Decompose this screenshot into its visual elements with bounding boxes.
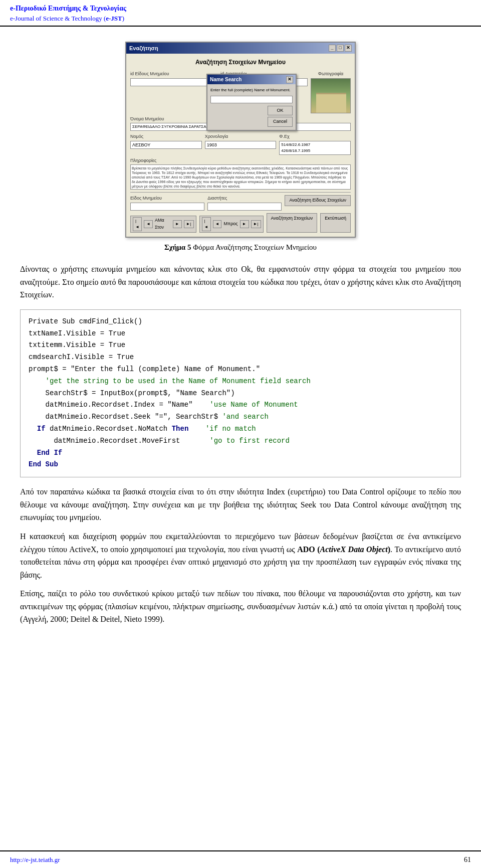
footer-link[interactable]: http://e-jst.teiath.gr [10, 855, 60, 865]
plirofories-row: Πληροφορίες Βρίσκεται το μεγαλύτερο πλήθ… [130, 157, 351, 190]
figure-caption-text: Φόρμα Αναζήτησης Στοιχείων Μνημείου [191, 243, 317, 251]
nav-bar-2: |◄ ◄ Μπρος ► ►| [199, 216, 264, 233]
figure-label: Σχήμα 5 [164, 243, 191, 251]
paragraph-4: Επίσης, παίζει το ρόλο του συνδετικού κρ… [20, 587, 461, 626]
journal-title-en-suffix: ) [122, 15, 124, 22]
fex-input[interactable]: 514/8/22.6.1987 426/8/18.7.1995 [279, 141, 351, 155]
main-content: Εναζήτηση _ □ ✕ Αναζήτηση Στοιχείων Μνημ… [0, 27, 481, 662]
dialog-cancel-btn[interactable]: Cancel [268, 117, 293, 127]
bottom-fields-row: Είδος Μνημείου Διαστήτες Αναζήτηση Είδου… [130, 195, 351, 211]
code-line-3: txtitemm.Visible = True [29, 339, 452, 352]
code-line-4: cmdsearchI.Visible = True [29, 352, 452, 364]
code-line-10: If datMnimeio.Recordset.NoMatch Then 'if… [29, 423, 452, 435]
anaz-eidos-btn[interactable]: Αναζήτηση Είδους Στοιχείων [285, 195, 351, 206]
ado-bold: ADO (ActiveX Data Object) [297, 545, 390, 554]
id-mnimeiou-group: id Είδους Μνημείου [130, 71, 217, 86]
code-line-9: datMnimeio.Recordset.Seek "=", SearchStr… [29, 411, 452, 423]
nav-first-btn[interactable]: |◄ [133, 217, 142, 231]
eidos-label: Είδος Μνημείου [130, 195, 204, 202]
xronologia-label: Χρονολογία [205, 133, 277, 140]
diastit-group: Διαστήτες [207, 195, 282, 211]
name-search-dialog: Name Search ✕ Enter the full (complete) … [206, 74, 297, 131]
nomos-input[interactable]: ΛΕΣΒΟΥ [130, 141, 202, 149]
plirofories-label: Πληροφορίες [130, 157, 351, 164]
nav-next-btn[interactable]: ► [173, 220, 182, 228]
code-line-5: prompt$ = "Enter the full (complete) Nam… [29, 364, 452, 376]
anaz-stoix-btn[interactable]: Αναζήτηση Στοιχείων [267, 213, 318, 233]
figure-caption: Σχήμα 5 Φόρμα Αναζήτησης Στοιχείων Μνημε… [164, 242, 317, 253]
photo-group: Φωτογραφία [311, 71, 351, 113]
nav-label-2: Μπρος [223, 221, 237, 228]
photo-label: Φωτογραφία [318, 71, 343, 78]
header-titles: e-Περιοδικό Επιστήμης & Τεχνολογίας e-Jo… [10, 3, 126, 24]
nav-first-btn-2[interactable]: |◄ [202, 217, 211, 231]
page-footer: http://e-jst.teiath.gr 61 [0, 850, 481, 868]
id-mnimeiou-label: id Είδους Μνημείου [130, 71, 217, 78]
dialog-body: Enter the full (complete) Name of Monume… [207, 84, 296, 130]
nomos-row: Νομός ΛΕΣΒΟΥ Χρονολογία 1903 Φ.Εχ 514/8/… [130, 133, 351, 155]
page-header: e-Περιοδικό Επιστήμης & Τεχνολογίας e-Jo… [0, 0, 481, 27]
code-line-8: datMnimeio.Recordset.Index = "Name" 'use… [29, 399, 452, 411]
dialog-close-btn[interactable]: ✕ [286, 76, 293, 83]
window-controls: _ □ ✕ [329, 45, 352, 52]
paragraph-2: Από τον παραπάνω κώδικα τα βασικά στοιχε… [20, 485, 461, 524]
ektyp-btn[interactable]: Εκτύπωσή [320, 213, 351, 233]
nav-prev-btn-2[interactable]: ◄ [213, 220, 222, 228]
nav-last-btn[interactable]: ►| [184, 220, 194, 228]
footer-page-number: 61 [464, 854, 471, 865]
nav-prev-btn[interactable]: ◄ [144, 220, 153, 228]
eidos-input[interactable] [130, 203, 204, 211]
journal-title-brand: e-JST [106, 15, 122, 22]
code-line-1: Private Sub cmdFind_Click() [29, 316, 452, 328]
id-mnimeiou-input[interactable] [130, 78, 217, 86]
diastit-label: Διαστήτες [207, 195, 282, 202]
form-title: Αναζήτηση Στοιχείων Μνημείου [130, 58, 351, 67]
code-line-6: 'get the string to be used in the Name o… [29, 376, 452, 388]
form-screenshot: Εναζήτηση _ □ ✕ Αναζήτηση Στοιχείων Μνημ… [125, 42, 356, 238]
nomos-label: Νομός [130, 133, 202, 140]
plirofories-group: Πληροφορίες Βρίσκεται το μεγαλύτερο πλήθ… [130, 157, 351, 190]
code-line-7: SearchStr$ = InputBox(prompt$, "Name Sea… [29, 388, 452, 400]
eidos-group: Είδος Μνημείου [130, 195, 204, 211]
xronologia-input[interactable]: 1903 [205, 141, 277, 149]
nav-last-btn-2[interactable]: ►| [251, 220, 261, 228]
fex-label: Φ.Εχ [279, 133, 351, 140]
close-btn[interactable]: ✕ [345, 45, 352, 52]
nav-next-btn-2[interactable]: ► [240, 220, 249, 228]
paragraph-1: Δίνοντας ο χρήστης επωνυμία μνημείου και… [20, 263, 461, 301]
code-line-2: txtNameI.Visible = True [29, 328, 452, 340]
photo-display [311, 78, 351, 113]
divider-1 [130, 192, 351, 193]
code-line-12: End If [29, 447, 452, 459]
dialog-ok-btn[interactable]: OK [268, 106, 293, 116]
nav-label-1: ΑΜα Στον [155, 217, 171, 231]
code-line-11: datMnimeio.Recordset.MoveFirst 'go to fi… [29, 435, 452, 447]
dialog-title: Name Search [210, 76, 242, 83]
window-title: Εναζήτηση [129, 44, 158, 53]
form-body: Αναζήτηση Στοιχείων Μνημείου id Είδους Μ… [126, 54, 355, 237]
dialog-buttons: OK Cancel [210, 106, 293, 127]
nav-action-row: |◄ ◄ ΑΜα Στον ► ►| |◄ ◄ Μπρος ► ►| Αναζή… [130, 213, 351, 233]
dialog-titlebar: Name Search ✕ [207, 75, 296, 84]
dialog-name-input[interactable] [210, 96, 293, 103]
journal-title-greek[interactable]: e-Περιοδικό Επιστήμης & Τεχνολογίας [10, 3, 126, 14]
journal-title-english[interactable]: e-Journal of Science & Technology (e-JST… [10, 14, 126, 24]
paragraph-3: Η κατασκευή και διαχείριση φορμών που εκ… [20, 530, 461, 581]
plirofories-textarea[interactable]: Βρίσκεται το μεγαλύτερο πλήθος Συνδεσμολ… [130, 164, 351, 190]
fex-group: Φ.Εχ 514/8/22.6.1987 426/8/18.7.1995 [279, 133, 351, 155]
photo-building [316, 93, 346, 113]
nomos-group: Νομός ΛΕΣΒΟΥ [130, 133, 202, 149]
nav-bar-1: |◄ ◄ ΑΜα Στον ► ►| [130, 216, 196, 233]
ado-em: ActiveX Data Object [320, 545, 388, 554]
dialog-instruction: Enter the full (complete) Name of Monume… [210, 87, 293, 93]
diastit-input[interactable] [207, 203, 282, 211]
code-block: Private Sub cmdFind_Click() txtNameI.Vis… [20, 309, 461, 477]
maximize-btn[interactable]: □ [337, 45, 344, 52]
minimize-btn[interactable]: _ [329, 45, 336, 52]
xronologia-group: Χρονολογία 1903 [205, 133, 277, 149]
figure-area: Εναζήτηση _ □ ✕ Αναζήτηση Στοιχείων Μνημ… [20, 42, 461, 253]
journal-title-en-prefix: e-Journal of Science & Technology ( [10, 15, 106, 22]
bottom-padding [20, 632, 461, 652]
code-line-13: End Sub [29, 459, 452, 471]
window-titlebar: Εναζήτηση _ □ ✕ [126, 43, 355, 54]
